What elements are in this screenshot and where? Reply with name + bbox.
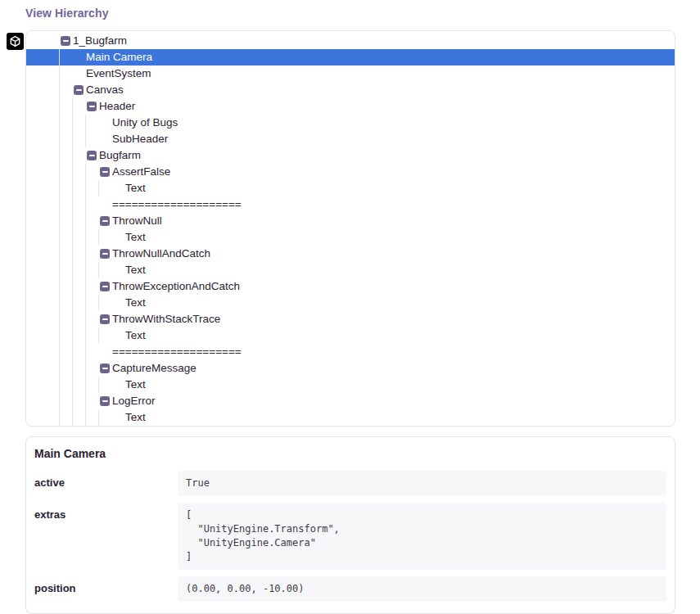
indent-guide — [72, 360, 85, 377]
indent-guide — [98, 377, 111, 393]
tree-node-label: Bugfarm — [99, 147, 141, 164]
tree-row-text[interactable]: Text — [26, 327, 675, 344]
indent-guide — [72, 311, 85, 327]
collapse-icon[interactable] — [100, 314, 110, 324]
collapse-icon[interactable] — [100, 396, 110, 406]
property-label: position — [34, 576, 178, 594]
properties-list: activeTrueextras[ "UnityEngine.Transform… — [34, 471, 666, 602]
tree-separator-row[interactable]: ==================== — [26, 196, 675, 213]
tree-node-label: EventSystem — [86, 65, 151, 82]
indent-guide — [85, 327, 98, 344]
collapse-icon[interactable] — [87, 102, 97, 111]
indent-guide — [72, 409, 85, 426]
tree-row-assertfalse[interactable]: AssertFalse — [26, 164, 675, 180]
indent-guide — [72, 196, 85, 213]
collapse-icon[interactable] — [100, 216, 110, 226]
indent-guide — [98, 409, 111, 426]
tree-row-text[interactable]: Text — [26, 377, 675, 393]
tree-row-thrownull[interactable]: ThrowNull — [26, 213, 675, 229]
indent-guide — [85, 213, 98, 229]
tree-row-bugfarm[interactable]: Bugfarm — [26, 147, 675, 164]
indent-guide — [72, 147, 85, 164]
tree-row-header[interactable]: Header — [26, 98, 675, 115]
indent-guide — [85, 164, 98, 180]
indent-spacer — [111, 303, 125, 304]
tree-node-label: ==================== — [112, 344, 242, 360]
tree-node-label: CaptureMessage — [112, 360, 196, 377]
indent-guide — [72, 295, 85, 311]
indent-guide — [59, 115, 72, 131]
tree-node-label: LogError — [112, 393, 156, 409]
tree-row-text[interactable]: Text — [26, 229, 675, 246]
indent-guide — [59, 49, 72, 65]
collapse-icon[interactable] — [87, 151, 97, 160]
tree-row-text[interactable]: Text — [26, 180, 675, 196]
indent-guide — [72, 262, 85, 278]
tree-row-thrownullandcatch[interactable]: ThrowNullAndCatch — [26, 246, 675, 262]
collapse-icon[interactable] — [74, 85, 84, 95]
tree-row-main-camera[interactable]: Main Camera — [26, 49, 675, 65]
tree-node-label: Main Camera — [86, 49, 152, 65]
tree-node-label: SubHeader — [112, 131, 168, 147]
indent-guide — [59, 196, 72, 213]
unity-logo-icon — [7, 33, 24, 50]
indent-spacer — [111, 188, 125, 189]
indent-guide — [59, 262, 72, 278]
indent-spacer — [72, 57, 86, 58]
indent-guide — [59, 393, 72, 409]
indent-spacer — [111, 336, 125, 336]
indent-spacer — [111, 385, 125, 386]
tree-node-label: AssertFalse — [112, 164, 170, 180]
indent-guide — [72, 164, 85, 180]
indent-spacer — [98, 139, 112, 140]
indent-spacer — [72, 74, 86, 74]
tree-row-eventsystem[interactable]: EventSystem — [26, 65, 675, 82]
indent-guide — [59, 213, 72, 229]
property-value: (0.00, 0.00, -10.00) — [178, 576, 666, 602]
property-value: [ "UnityEngine.Transform", "UnityEngine.… — [178, 503, 666, 570]
indent-guide — [85, 262, 98, 278]
tree-node-label: Header — [99, 98, 135, 115]
indent-guide — [72, 131, 85, 147]
tree-row-canvas[interactable]: Canvas — [26, 82, 675, 98]
indent-spacer — [98, 205, 112, 205]
tree-separator-row[interactable]: ==================== — [26, 344, 675, 360]
indent-guide — [85, 409, 98, 426]
tree-node-label: ThrowNull — [112, 213, 162, 229]
tree-row-throwexceptionandcatch[interactable]: ThrowExceptionAndCatch — [26, 278, 675, 295]
indent-guide — [59, 377, 72, 393]
indent-guide — [72, 327, 85, 344]
tree-row-1-bugfarm[interactable]: 1_Bugfarm — [26, 33, 675, 49]
indent-guide — [72, 344, 85, 360]
tree-row-throwwithstacktrace[interactable]: ThrowWithStackTrace — [26, 311, 675, 327]
indent-guide — [85, 196, 98, 213]
tree-row-subheader[interactable]: SubHeader — [26, 131, 675, 147]
indent-guide — [59, 327, 72, 344]
indent-guide — [72, 213, 85, 229]
collapse-icon[interactable] — [100, 167, 110, 177]
tree-node-label: Text — [125, 377, 146, 393]
tree-node-label: Text — [125, 262, 146, 278]
tree-row-text[interactable]: Text — [26, 262, 675, 278]
indent-guide — [98, 229, 111, 246]
tree-node-label: ThrowWithStackTrace — [112, 311, 220, 327]
collapse-icon[interactable] — [100, 363, 110, 373]
indent-guide — [59, 164, 72, 180]
tree-row-logerror[interactable]: LogError — [26, 393, 675, 409]
indent-guide — [85, 360, 98, 377]
property-row-position: position(0.00, 0.00, -10.00) — [34, 576, 666, 602]
tree-row-capturemessage[interactable]: CaptureMessage — [26, 360, 675, 377]
tree-node-label: 1_Bugfarm — [73, 33, 127, 49]
tree-node-label: Text — [125, 180, 146, 196]
collapse-icon[interactable] — [61, 36, 70, 46]
indent-guide — [59, 360, 72, 377]
hierarchy-tree[interactable]: 1_BugfarmMain CameraEventSystemCanvasHea… — [25, 30, 675, 427]
collapse-icon[interactable] — [100, 282, 110, 291]
collapse-icon[interactable] — [100, 249, 110, 259]
tree-row-text[interactable]: Text — [26, 409, 675, 426]
tree-row-text[interactable]: Text — [26, 295, 675, 311]
property-label: extras — [34, 503, 178, 521]
indent-spacer — [98, 123, 112, 124]
indent-spacer — [111, 237, 125, 238]
tree-row-unity-of-bugs[interactable]: Unity of Bugs — [26, 115, 675, 131]
